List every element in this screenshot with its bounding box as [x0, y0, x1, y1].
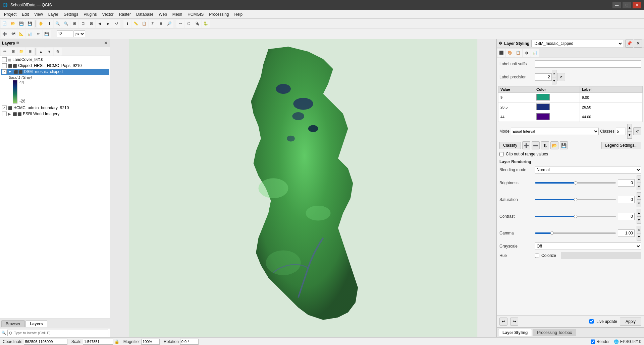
label-input-3[interactable]	[582, 115, 602, 119]
label-44[interactable]	[580, 112, 642, 122]
reverse-ramp-btn[interactable]: ⇅	[541, 141, 549, 149]
render-checkbox[interactable]	[591, 339, 595, 345]
layer-checkbox-esri[interactable]	[2, 112, 7, 116]
layer-expand-esri[interactable]: ▶	[8, 112, 11, 116]
menu-database[interactable]: Database	[133, 11, 156, 17]
layers-group-btn[interactable]: 📁	[17, 48, 25, 56]
layers-filter-btn[interactable]: ⊟	[9, 48, 17, 56]
tb-attribute[interactable]: 📋	[140, 20, 148, 28]
tb-zoom-layer[interactable]: ⊠	[87, 20, 95, 28]
saturation-slider[interactable]	[535, 199, 616, 200]
load-class-btn[interactable]: 📂	[550, 141, 558, 149]
contrast-down[interactable]: ▼	[637, 216, 641, 224]
layer-checkbox-boundary[interactable]: ✓	[2, 106, 7, 110]
colorize-checkbox[interactable]	[535, 254, 539, 258]
layer-item-boundary[interactable]: ✓ ⬛ HCMC_admin_boundary_9210	[1, 105, 109, 111]
layers-close-btn[interactable]: ✕	[104, 41, 108, 46]
menu-edit[interactable]: Edit	[19, 11, 32, 17]
brightness-up[interactable]: ▲	[637, 176, 641, 183]
layers-remove[interactable]: 🗑	[54, 48, 62, 56]
legend-settings-btn[interactable]: Legend Settings...	[601, 142, 641, 149]
tab-layers[interactable]: Layers	[25, 320, 47, 327]
tb-add-vector[interactable]: 📐	[17, 30, 25, 38]
styling-transparency[interactable]: ◑	[523, 49, 531, 57]
styling-tab-processing[interactable]: Processing Toolbox	[533, 329, 576, 336]
gamma-slider[interactable]	[535, 232, 616, 234]
tb-identify[interactable]: ℹ	[123, 20, 131, 28]
clip-out-range-checkbox[interactable]	[499, 152, 504, 156]
scale-input[interactable]	[83, 339, 113, 345]
tb-add-layer[interactable]: ➕	[1, 30, 9, 38]
menu-raster[interactable]: Raster	[116, 11, 133, 17]
colorize-color-box[interactable]	[561, 252, 641, 259]
saturation-value[interactable]	[618, 196, 635, 203]
tb-refresh[interactable]: ↺	[112, 20, 120, 28]
menu-processing[interactable]: Processing	[206, 11, 231, 17]
mode-select[interactable]: Equal Interval Quantile Natural Breaks	[511, 128, 599, 135]
layers-expand-btn[interactable]: ⊞	[26, 48, 34, 56]
rotation-input[interactable]	[180, 339, 199, 345]
menu-view[interactable]: View	[32, 11, 46, 17]
color-swatch-3[interactable]	[536, 113, 550, 120]
tb-digitize[interactable]: ✏	[176, 20, 184, 28]
styling-rule-based[interactable]: 📋	[514, 49, 522, 57]
menu-project[interactable]: Project	[1, 11, 19, 17]
tb-zoom-out[interactable]: 🔍	[62, 20, 70, 28]
layer-item-esri[interactable]: ▶ ⬛ ⬛ ESRI World Imagery	[1, 111, 109, 117]
precision-up[interactable]: ▲	[552, 70, 556, 77]
color-cell-1[interactable]	[534, 93, 580, 102]
add-class-btn[interactable]: ➕	[522, 141, 530, 149]
styling-redo-btn[interactable]: ↪	[510, 318, 518, 326]
contrast-up[interactable]: ▲	[637, 209, 641, 216]
menu-vector[interactable]: Vector	[100, 11, 116, 17]
color-swatch-1[interactable]	[536, 94, 550, 100]
layer-checkbox-dsm[interactable]: ✓	[2, 69, 7, 74]
layer-checkbox-landcover[interactable]	[2, 57, 7, 62]
tb-edit-save[interactable]: 💾	[43, 30, 51, 38]
tb-zoom-full[interactable]: ⊞	[70, 20, 78, 28]
tb-plugins[interactable]: 🔌	[193, 20, 201, 28]
remove-class-btn[interactable]: ➖	[532, 141, 540, 149]
tb-select[interactable]: ⬆	[45, 20, 53, 28]
tb-search[interactable]: 🔎	[165, 20, 173, 28]
tb-font-size[interactable]	[57, 30, 73, 37]
magnifier-input[interactable]	[141, 339, 160, 345]
apply-button[interactable]: Apply	[620, 318, 641, 326]
tb-zoom-back[interactable]: ◀	[96, 20, 104, 28]
label-unit-input[interactable]	[535, 60, 641, 68]
tb-zoom-selection[interactable]: ⊡	[79, 20, 87, 28]
label-input-1[interactable]	[582, 95, 602, 99]
brightness-down[interactable]: ▼	[637, 183, 641, 190]
close-button[interactable]: ✕	[633, 2, 641, 8]
classify-button[interactable]: Classify	[499, 142, 521, 149]
color-cell-3[interactable]	[534, 112, 580, 122]
styling-histogram[interactable]: 📊	[531, 49, 539, 57]
grayscale-select[interactable]: Off By Lightness By Luminosity By Averag…	[535, 243, 641, 250]
styling-layer-dropdown[interactable]: DSM_mosaic_clipped LandCover_9210	[531, 40, 623, 47]
menu-settings[interactable]: Settings	[61, 11, 81, 17]
layer-item-landcover[interactable]: ▦ LandCover_9210	[1, 57, 109, 63]
color-cell-2[interactable]	[534, 102, 580, 112]
map-area[interactable]	[110, 39, 496, 337]
styling-graduated[interactable]: 🎨	[506, 49, 514, 57]
search-input[interactable]	[7, 330, 108, 336]
tb-edit-toggle[interactable]: ✏	[34, 30, 42, 38]
label-265[interactable]	[580, 102, 642, 112]
menu-web[interactable]: Web	[156, 11, 169, 17]
tb-calc[interactable]: 🖩	[157, 20, 165, 28]
tb-zoom-fwd[interactable]: ▶	[104, 20, 112, 28]
menu-mesh[interactable]: Mesh	[170, 11, 185, 17]
menu-layer[interactable]: Layer	[46, 11, 61, 17]
tb-add-delimited[interactable]: 📊	[26, 30, 34, 38]
layer-checkbox-pops[interactable]	[2, 63, 7, 68]
gamma-value[interactable]	[618, 229, 635, 237]
saturation-down[interactable]: ▼	[637, 200, 641, 207]
classes-reset[interactable]: ↺	[633, 127, 641, 135]
styling-undo-btn[interactable]: ↩	[499, 318, 507, 326]
label-precision-input[interactable]	[535, 73, 552, 81]
styling-single-symbol[interactable]: ⬛	[497, 49, 505, 57]
layers-float-btn[interactable]: ⧉	[16, 41, 19, 45]
tb-open[interactable]: 📂	[9, 20, 17, 28]
tb-stats[interactable]: Σ	[149, 20, 157, 28]
precision-down[interactable]: ▼	[552, 77, 556, 84]
